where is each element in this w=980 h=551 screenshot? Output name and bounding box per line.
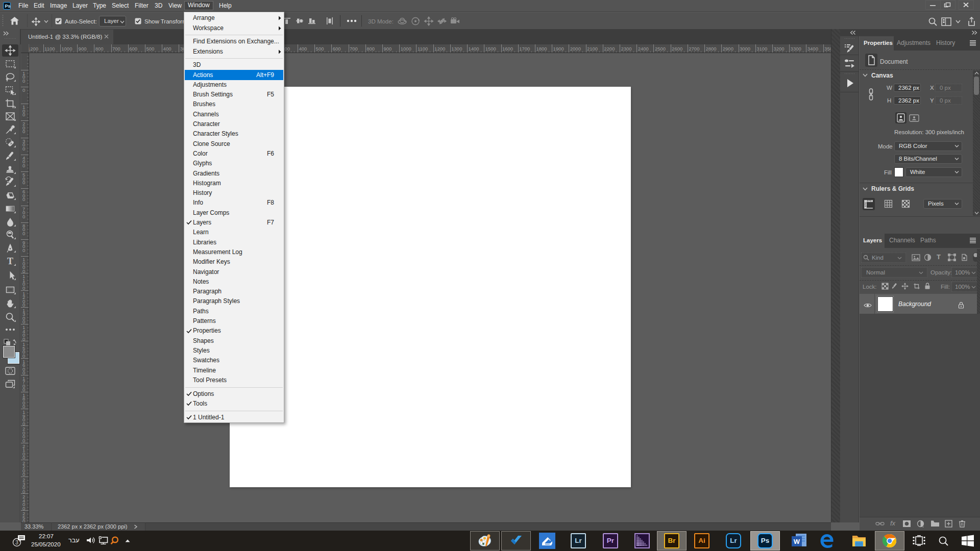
svg-text:T: T — [7, 256, 13, 266]
svg-text:W: W — [794, 538, 800, 545]
